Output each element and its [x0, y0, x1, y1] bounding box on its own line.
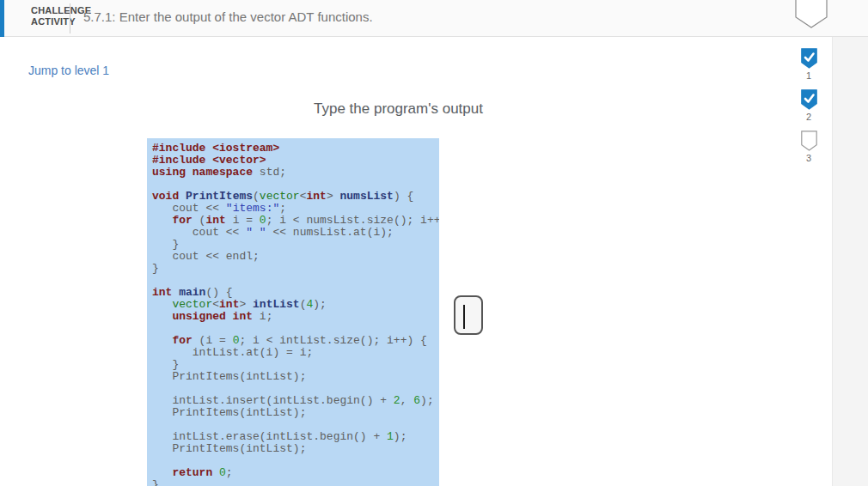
code-line	[152, 455, 439, 467]
code-line: }	[152, 359, 439, 371]
code-line: cout << " " << numsList.at(i);	[152, 227, 439, 239]
accent-strip	[0, 0, 4, 37]
bookmark-icon[interactable]	[795, 0, 828, 31]
code-line: PrintItems(intList);	[152, 407, 439, 419]
code-line: cout << endl;	[152, 251, 439, 263]
code-line: unsigned int i;	[152, 311, 439, 323]
code-line: }	[152, 263, 439, 275]
prompt-heading: Type the program's output	[147, 100, 650, 118]
activity-label-line2: ACTIVITY	[31, 16, 84, 27]
code-line: }	[152, 239, 439, 251]
code-line: return 0;	[152, 467, 439, 479]
progress-label: 3	[806, 153, 811, 163]
activity-label-line1: CHALLENGE	[31, 5, 84, 16]
code-line: #include <vector>	[152, 155, 439, 167]
progress-item-1[interactable]: 1	[801, 48, 817, 81]
code-line	[152, 383, 439, 395]
header-divider	[70, 3, 70, 33]
text-caret	[463, 305, 465, 329]
answer-input-box[interactable]	[454, 295, 483, 335]
code-line: int main() {	[152, 287, 439, 299]
code-line	[152, 323, 439, 335]
code-line: for (int i = 0; i < numsList.size(); i++…	[152, 215, 439, 227]
code-line: }	[152, 479, 439, 486]
activity-type-label: CHALLENGE ACTIVITY	[31, 5, 84, 27]
jump-to-level-link[interactable]: Jump to level 1	[28, 64, 109, 77]
code-line	[152, 179, 439, 191]
progress-item-3[interactable]: 3	[801, 131, 817, 163]
progress-label: 1	[806, 70, 811, 81]
code-line: using namespace std;	[152, 167, 439, 179]
check-badge-icon	[801, 89, 817, 110]
progress-item-2[interactable]: 2	[801, 89, 817, 122]
progress-label: 2	[806, 112, 811, 122]
page-gutter	[832, 37, 868, 486]
code-line: PrintItems(intList);	[152, 371, 439, 383]
code-line	[152, 419, 439, 431]
code-line: intList.erase(intList.begin() + 1);	[152, 431, 439, 443]
code-block: #include <iostream>#include <vector>usin…	[147, 138, 439, 486]
code-line	[152, 275, 439, 287]
answer-input[interactable]	[455, 297, 481, 333]
code-line: vector<int> intList(4);	[152, 299, 439, 311]
code-line: #include <iostream>	[152, 143, 439, 155]
check-badge-icon	[801, 48, 817, 69]
progress-panel: 123	[798, 48, 819, 163]
code-line: PrintItems(intList);	[152, 443, 439, 455]
code-line: cout << "items:";	[152, 203, 439, 215]
code-line: intList.insert(intList.begin() + 2, 6);	[152, 395, 439, 407]
activity-header: CHALLENGE ACTIVITY 5.7.1: Enter the outp…	[0, 0, 868, 37]
code-line: intList.at(i) = i;	[152, 347, 439, 359]
code-line: for (i = 0; i < intList.size(); i++) {	[152, 335, 439, 347]
empty-badge-icon	[801, 131, 817, 151]
activity-title: 5.7.1: Enter the output of the vector AD…	[83, 9, 373, 24]
code-line: void PrintItems(vector<int> numsList) {	[152, 191, 439, 203]
